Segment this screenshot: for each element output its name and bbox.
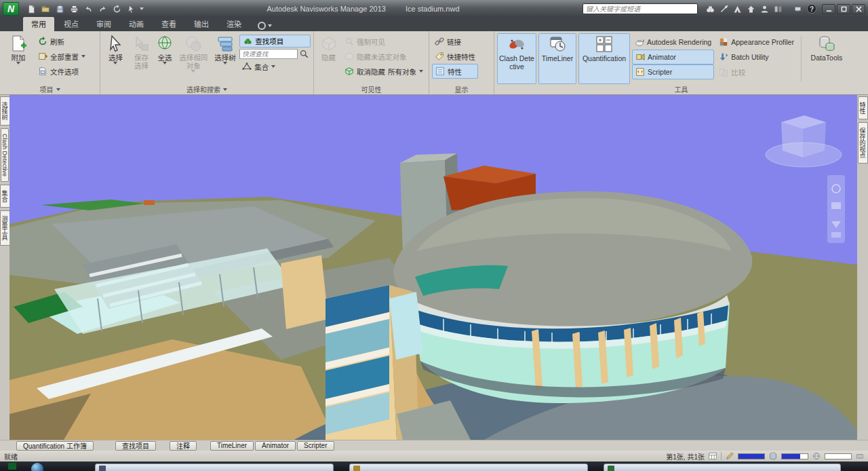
group-label-project[interactable]: 项目 [0, 84, 100, 94]
datatools-button[interactable]: DataTools [806, 33, 848, 84]
print-button[interactable] [68, 3, 79, 14]
hide-button[interactable]: 隐藏 [317, 33, 340, 84]
tab-output[interactable]: 输出 [186, 17, 217, 31]
quick-find-input[interactable] [239, 49, 298, 59]
find-items-button[interactable]: 查找项目 [239, 35, 311, 48]
quantification-button[interactable]: Quantification [578, 33, 630, 84]
dock-tab-saved-viewpoints[interactable]: 保存的视点 [858, 122, 868, 164]
restore-button[interactable] [837, 4, 850, 14]
viewport-3d[interactable] [9, 95, 857, 440]
dock-tab-scripter[interactable]: Scripter [297, 441, 334, 451]
ribbon-state-icon[interactable] [258, 22, 266, 30]
tab-animation[interactable]: 动画 [121, 17, 152, 31]
tab-review[interactable]: 审阅 [88, 17, 119, 31]
animator-button[interactable]: Animator [632, 50, 714, 64]
select-button[interactable]: 选择 [103, 33, 128, 84]
require-button[interactable]: 强制可见 [342, 34, 426, 49]
scripter-button[interactable]: Scripter [632, 64, 714, 79]
new-file-button[interactable] [26, 3, 37, 14]
help-button[interactable]: ? [807, 4, 816, 14]
timeliner-button[interactable]: TimeLiner [538, 33, 576, 84]
dock-tab-selection-tree[interactable]: 选择树 [0, 96, 10, 126]
pan-icon[interactable] [831, 202, 841, 209]
select-same-caret[interactable] [191, 70, 195, 73]
orange-structure[interactable] [144, 200, 155, 205]
selection-tree-button[interactable]: 选择树 [212, 33, 238, 84]
dock-tab-clash-detective[interactable]: Clash Detective [1, 128, 9, 182]
start-orb[interactable] [31, 463, 43, 471]
dock-tab-animator[interactable]: Animator [255, 441, 296, 451]
select-all-button[interactable]: 全选 [155, 33, 175, 84]
taskbar-button-3[interactable] [604, 464, 841, 471]
tab-view[interactable]: 查看 [153, 17, 184, 31]
save-selection-button[interactable]: 保存选择 [130, 33, 153, 84]
group-label-display[interactable]: 显示 [429, 84, 494, 94]
sets-caret[interactable] [271, 65, 275, 68]
refresh-button[interactable] [111, 3, 122, 14]
reset-all-caret[interactable] [81, 55, 85, 58]
clash-detective-button[interactable]: Clash Detective [497, 33, 536, 84]
redo-button[interactable] [97, 3, 108, 14]
minimize-button[interactable] [822, 4, 835, 14]
beige-annex[interactable] [281, 255, 328, 329]
select-all-caret[interactable] [163, 62, 167, 64]
open-file-button[interactable] [40, 3, 51, 14]
subscription-icon[interactable] [747, 5, 755, 14]
tab-viewpoint[interactable]: 视点 [56, 17, 87, 31]
dock-tab-sets[interactable]: 集合 [0, 185, 10, 208]
favorites-panel-icon[interactable] [774, 5, 783, 14]
properties-button[interactable]: 特性 [432, 64, 478, 79]
undo-button[interactable] [83, 3, 94, 14]
quick-find-magnifier-icon[interactable] [300, 50, 309, 58]
refresh-model-button[interactable]: 刷新 [35, 34, 88, 49]
unhide-all-caret[interactable] [419, 70, 423, 73]
append-button[interactable]: 附加 [3, 33, 34, 84]
viewport-3d-model[interactable] [9, 95, 857, 440]
ribbon-minimize-caret[interactable] [268, 24, 272, 27]
tab-render[interactable]: 渲染 [218, 17, 250, 31]
select-tool-button[interactable] [125, 3, 136, 14]
hide-unselected-button[interactable]: 隐藏未选定对象 [342, 49, 426, 64]
close-button[interactable] [852, 4, 865, 14]
search-binoculars-icon[interactable] [706, 5, 715, 14]
quick-properties-button[interactable]: 快捷特性 [432, 49, 478, 64]
group-label-visibility[interactable]: 可见性 [314, 84, 429, 94]
dock-tab-properties[interactable]: 特性 [858, 96, 868, 119]
window-title: Autodesk Navisworks Manage 2013 Ice stad… [146, 5, 580, 13]
wrench-icon[interactable] [719, 5, 728, 14]
dock-tab-find-items[interactable]: 查找项目 [115, 441, 156, 451]
group-label-select-search[interactable]: 选择和搜索 [100, 84, 313, 94]
zoom-tool-icon[interactable] [831, 232, 841, 238]
app-menu-button[interactable]: N [3, 2, 19, 16]
compare-button[interactable]: 比较 [716, 64, 797, 79]
reset-all-button[interactable]: 全部重置 [35, 49, 88, 64]
unhide-all-button[interactable]: 取消隐藏 所有对象 [342, 64, 426, 79]
dock-tab-timeliner[interactable]: TimeLiner [210, 441, 254, 451]
dock-tab-comments[interactable]: 注释 [170, 441, 197, 451]
tab-home[interactable]: 常用 [23, 17, 54, 31]
group-label-tools[interactable]: 工具 [494, 84, 868, 94]
screen-toggle-button[interactable] [791, 4, 804, 14]
navigation-bar[interactable] [827, 175, 845, 243]
communication-icon[interactable] [733, 5, 742, 14]
selection-tree-caret[interactable] [223, 62, 227, 64]
links-button[interactable]: 链接 [432, 34, 478, 49]
qat-customize-caret[interactable] [140, 7, 144, 10]
taskbar-button-2[interactable] [349, 464, 588, 471]
append-caret[interactable] [16, 62, 20, 64]
batch-utility-button[interactable]: Batch Utility [716, 50, 797, 64]
taskbar-app-icon[interactable] [8, 463, 16, 470]
sheet-browser-icon[interactable] [709, 452, 717, 460]
select-caret[interactable] [113, 62, 117, 64]
select-same-button[interactable]: 选择相同对象 [176, 33, 211, 84]
save-button[interactable] [54, 3, 65, 14]
taskbar-button-1[interactable] [95, 464, 334, 471]
infocenter-search-input[interactable] [583, 3, 698, 14]
sign-in-user-icon[interactable] [760, 5, 769, 14]
appearance-profiler-button[interactable]: Appearance Profiler [716, 35, 797, 50]
sets-button[interactable]: 集合 [239, 60, 311, 73]
autodesk-rendering-button[interactable]: Autodesk Rendering [632, 35, 714, 50]
dock-tab-quantification-workbook[interactable]: Quantification 工作簿 [16, 441, 94, 451]
dock-tab-measure-tools[interactable]: 测量工具 [0, 210, 10, 246]
file-options-button[interactable]: 文件选项 [35, 64, 88, 79]
